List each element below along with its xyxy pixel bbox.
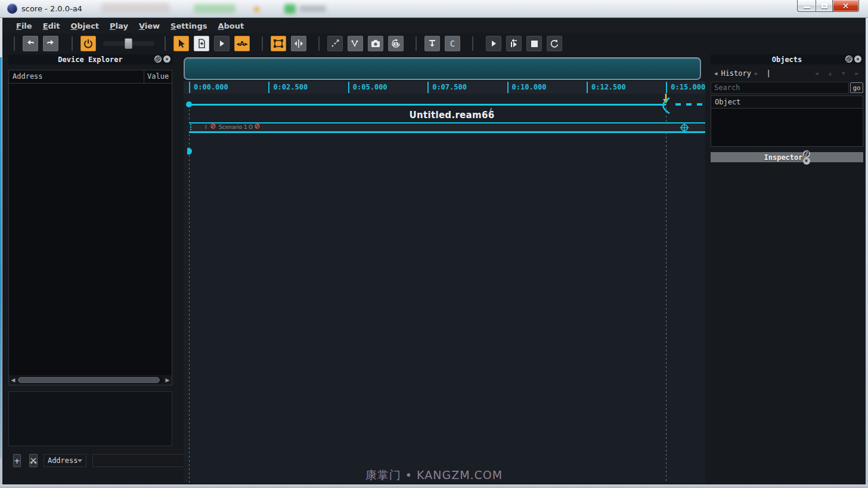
level-slider[interactable] — [103, 41, 154, 46]
menu-settings[interactable]: Settings — [165, 19, 212, 33]
scroll-left-icon[interactable]: ◀ — [9, 377, 17, 383]
search-input[interactable] — [711, 82, 849, 94]
play-tool-icon — [218, 39, 226, 48]
scroll-right-icon[interactable]: ▶ — [163, 377, 172, 383]
power-button[interactable] — [80, 36, 96, 51]
device-explorer-tree[interactable]: ◀ ▶ — [9, 84, 172, 385]
maximize-button[interactable] — [816, 0, 833, 12]
menu-object[interactable]: Object — [66, 19, 105, 33]
history-back-icon[interactable]: ◀ — [711, 70, 721, 76]
objects-list[interactable] — [711, 109, 863, 146]
record-button[interactable] — [388, 36, 404, 51]
power-icon — [83, 39, 93, 48]
select-tool-button[interactable] — [173, 36, 189, 51]
menu-file[interactable]: File — [11, 19, 38, 33]
interval-start-state[interactable] — [186, 101, 192, 107]
history-label: History — [721, 69, 751, 78]
device-explorer-table: Address Value ◀ ▶ — [8, 70, 172, 385]
split-view-button[interactable] — [291, 36, 306, 51]
time-ruler[interactable]: 0:00.000 0:02.500 0:05.000 0:07.500 0:10… — [184, 81, 705, 94]
search-go-button[interactable]: go — [850, 82, 863, 93]
add-device-button[interactable]: + — [13, 454, 21, 467]
ruler-tick: 0:12.500 — [587, 81, 666, 94]
nav-left-icon[interactable]: ◀ — [815, 70, 818, 76]
nav-down-icon[interactable]: ▼ — [842, 70, 845, 76]
curve-mode-button[interactable] — [348, 36, 363, 51]
scenario-canvas[interactable]: Untitled.ream66 / I Scenario 1 O 康掌门 • K… — [184, 94, 705, 483]
play-from-start-icon — [509, 39, 519, 48]
app-window: score - 2.0.0-a4 ✕ File Edit Object Play… — [0, 0, 868, 488]
scenario-rack[interactable]: I Scenario 1 O — [189, 122, 705, 133]
interval-name[interactable]: Untitled.ream66 — [327, 110, 577, 121]
menu-play[interactable]: Play — [104, 19, 134, 33]
add-trigger-button[interactable] — [424, 36, 440, 51]
horizontal-scrollbar[interactable]: ◀ ▶ — [9, 375, 172, 385]
stop-button[interactable] — [526, 36, 542, 51]
remove-device-button[interactable] — [29, 454, 38, 467]
close-panel-icon[interactable]: × — [854, 55, 861, 63]
rack-drag-handle[interactable] — [190, 124, 191, 131]
redo-button[interactable] — [43, 36, 58, 51]
snapshot-button[interactable] — [368, 36, 383, 51]
interval-flex-dash — [675, 103, 681, 106]
scenario-name[interactable]: Scenario 1 — [219, 124, 247, 130]
mute-icon[interactable] — [255, 123, 260, 129]
close-button[interactable]: ✕ — [833, 0, 859, 12]
ruler-tick: 0:15.000 — [666, 81, 705, 94]
reinitialize-button[interactable] — [547, 36, 562, 51]
create-tool-button[interactable] — [194, 36, 209, 51]
menu-about[interactable]: About — [212, 19, 249, 33]
titlebar-glass-blur — [194, 4, 235, 13]
selection-frame-button[interactable] — [271, 36, 286, 51]
play-from-start-button[interactable] — [506, 36, 522, 51]
device-explorer-subpanel — [8, 391, 172, 446]
menu-view[interactable]: View — [134, 19, 165, 33]
close-panel-icon[interactable]: × — [803, 157, 810, 165]
curve-mode-icon — [351, 39, 360, 48]
nav-right-icon[interactable]: ▶ — [855, 70, 858, 76]
interval-line[interactable] — [189, 104, 666, 106]
scale-lock-button[interactable]: ◂A▸ — [234, 36, 250, 51]
close-panel-icon[interactable]: × — [163, 55, 170, 63]
document-plus-icon — [197, 39, 206, 48]
undo-button[interactable] — [23, 36, 38, 51]
address-column-header[interactable]: Address — [9, 70, 144, 83]
watermark: 康掌门 • KANGZM.COM — [184, 468, 684, 483]
address-mode-dropdown[interactable]: Address — [44, 454, 87, 467]
float-panel-icon[interactable] — [803, 150, 810, 157]
selection-frame-icon — [273, 39, 284, 48]
toolbar-separator — [14, 36, 15, 51]
play-button[interactable] — [486, 36, 501, 51]
nav-up-icon[interactable]: ▲ — [829, 70, 832, 76]
interval-end-brace-icon[interactable] — [662, 97, 671, 114]
toolbar-separator — [472, 36, 473, 51]
float-panel-icon[interactable] — [154, 55, 162, 63]
titlebar-glass-blur — [254, 7, 259, 12]
play-tool-button[interactable] — [214, 36, 230, 51]
points-mode-button[interactable] — [327, 36, 343, 51]
device-explorer-footer: + Address — [8, 454, 172, 467]
objects-title: Objects — [772, 55, 802, 64]
minimize-button[interactable] — [797, 0, 816, 12]
object-column-header[interactable]: Object — [711, 96, 863, 109]
scrollbar-track[interactable] — [17, 376, 163, 384]
window-title: score - 2.0.0-a4 — [21, 4, 82, 13]
menu-edit[interactable]: Edit — [38, 19, 66, 33]
device-address-input[interactable] — [92, 454, 191, 467]
ruler-tick: 0:10.000 — [507, 81, 587, 94]
value-column-header[interactable]: Value — [144, 70, 172, 83]
timeline-overview[interactable] — [184, 57, 701, 80]
rack-output-label: O — [249, 124, 253, 130]
mute-icon[interactable] — [210, 123, 216, 129]
scrollbar-thumb[interactable] — [18, 377, 160, 383]
target-icon[interactable] — [680, 123, 689, 132]
points-mode-icon — [330, 39, 340, 48]
slider-handle[interactable] — [125, 38, 132, 49]
add-condition-button[interactable]: C — [445, 36, 460, 51]
float-panel-icon[interactable] — [845, 55, 852, 63]
history-forward-icon[interactable]: ▶ — [751, 70, 761, 76]
state-point[interactable] — [187, 148, 192, 155]
window-border-right — [866, 18, 868, 484]
ruler-tick: 0:05.000 — [348, 81, 427, 94]
ruler-tick: 0:07.500 — [427, 81, 507, 94]
